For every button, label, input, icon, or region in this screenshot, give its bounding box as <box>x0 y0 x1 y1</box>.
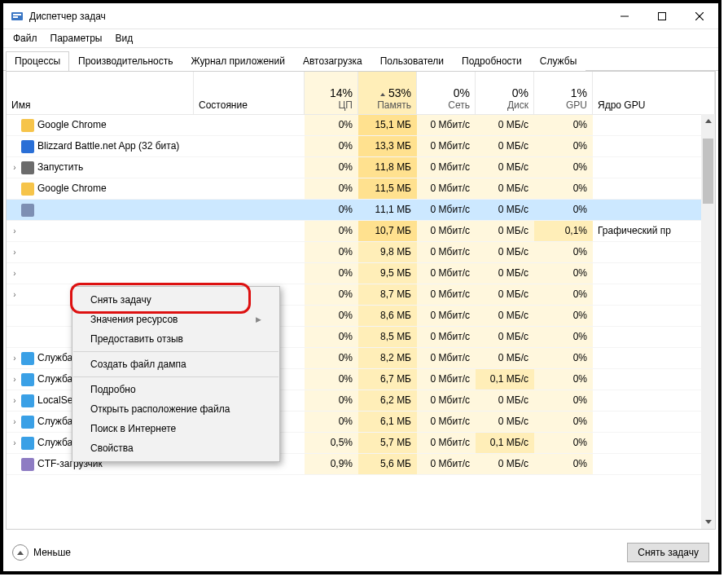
cell-memory: 8,2 МБ <box>358 348 417 368</box>
expand-icon[interactable]: › <box>11 390 18 411</box>
cell-gpu-core <box>593 454 715 474</box>
expand-icon[interactable]: › <box>11 284 18 305</box>
scroll-up-button[interactable] <box>701 114 715 128</box>
cell-cpu: 0% <box>305 242 358 262</box>
cell-name: › <box>7 263 194 284</box>
table-row[interactable]: Google Chrome0%11,5 МБ0 Мбит/с0 МБ/с0% <box>7 178 715 200</box>
table-row[interactable]: ›0%9,8 МБ0 Мбит/с0 МБ/с0% <box>7 242 715 263</box>
menu-bar: Файл Параметры Вид <box>3 29 718 48</box>
col-cpu[interactable]: 14%ЦП <box>305 72 358 114</box>
ctx-separator <box>73 351 278 352</box>
expand-icon[interactable]: › <box>11 263 18 284</box>
col-memory[interactable]: 53%Память <box>358 72 417 114</box>
process-icon <box>21 310 34 323</box>
end-task-button[interactable]: Снять задачу <box>627 543 709 562</box>
table-row[interactable]: ›0%10,7 МБ0 Мбит/с0 МБ/с0,1%Графический … <box>7 221 715 242</box>
tab-details[interactable]: Подробности <box>453 51 531 71</box>
cell-gpu-core <box>593 200 715 220</box>
cell-gpu: 0% <box>534 454 593 474</box>
col-gpu[interactable]: 1%GPU <box>534 72 593 114</box>
col-gpu-core[interactable]: Ядро GPU <box>593 72 715 114</box>
col-disk[interactable]: 0%Диск <box>476 72 534 114</box>
cell-gpu: 0% <box>534 263 593 284</box>
process-name: Blizzard Battle.net App (32 бита) <box>37 136 179 156</box>
menu-view[interactable]: Вид <box>108 31 139 46</box>
cell-memory: 5,7 МБ <box>358 433 417 453</box>
ctx-create-dump[interactable]: Создать файл дампа <box>72 354 279 374</box>
expand-icon[interactable]: › <box>11 221 18 241</box>
ctx-end-task[interactable]: Снять задачу <box>72 290 279 310</box>
cell-cpu: 0% <box>305 178 358 199</box>
tab-users[interactable]: Пользователи <box>371 51 453 71</box>
cell-memory: 13,3 МБ <box>358 136 417 156</box>
scroll-down-button[interactable] <box>701 515 715 529</box>
expand-icon[interactable]: › <box>11 157 18 178</box>
cell-gpu-core <box>593 157 715 178</box>
tab-startup[interactable]: Автозагрузка <box>294 51 371 71</box>
col-network[interactable]: 0%Сеть <box>417 72 476 114</box>
svg-rect-4 <box>659 12 666 20</box>
cell-memory: 9,8 МБ <box>358 242 417 262</box>
cell-state <box>194 200 305 220</box>
process-icon <box>21 331 34 344</box>
cell-gpu: 0% <box>534 390 593 411</box>
cell-gpu-core <box>593 136 715 156</box>
cell-network: 0 Мбит/с <box>417 433 476 453</box>
table-row[interactable]: Google Chrome0%15,1 МБ0 Мбит/с0 МБ/с0% <box>7 115 715 136</box>
cell-network: 0 Мбит/с <box>417 263 476 284</box>
cell-gpu: 0% <box>534 178 593 199</box>
task-manager-window: Диспетчер задач Файл Параметры Вид Проце… <box>0 0 721 574</box>
process-name: Запустить <box>37 157 83 178</box>
tab-services[interactable]: Службы <box>531 51 585 71</box>
table-row[interactable]: ›Запустить0%11,8 МБ0 Мбит/с0 МБ/с0% <box>7 157 715 178</box>
table-row[interactable]: 0%11,1 МБ0 Мбит/с0 МБ/с0% <box>7 200 715 221</box>
col-name[interactable]: Имя <box>7 72 194 114</box>
fewer-details-button[interactable]: Меньше <box>12 544 71 561</box>
cell-cpu: 0% <box>305 200 358 220</box>
ctx-resource-values[interactable]: Значения ресурсов▶ <box>72 310 279 329</box>
col-state[interactable]: Состояние <box>194 72 305 114</box>
maximize-button[interactable] <box>643 3 681 29</box>
scroll-thumb[interactable] <box>703 139 713 204</box>
app-icon <box>10 9 24 24</box>
close-button[interactable] <box>681 3 718 29</box>
menu-file[interactable]: Файл <box>7 31 44 46</box>
minimize-button[interactable] <box>606 3 643 29</box>
expand-icon[interactable]: › <box>11 412 18 432</box>
cell-cpu: 0% <box>305 284 358 305</box>
vertical-scrollbar[interactable] <box>701 114 715 529</box>
ctx-feedback[interactable]: Предоставить отзыв <box>72 329 279 349</box>
process-name: Google Chrome <box>37 178 107 199</box>
expand-icon[interactable]: › <box>11 242 18 262</box>
cell-cpu: 0% <box>305 390 358 411</box>
cell-name: Blizzard Battle.net App (32 бита) <box>7 136 194 156</box>
cell-gpu: 0% <box>534 242 593 262</box>
ctx-search-online[interactable]: Поиск в Интернете <box>72 419 279 438</box>
expand-icon[interactable]: › <box>11 433 18 453</box>
process-icon <box>21 458 34 471</box>
menu-options[interactable]: Параметры <box>44 31 109 46</box>
process-icon <box>21 246 34 259</box>
cell-disk: 0,1 МБ/с <box>476 433 534 453</box>
cell-gpu-core: Графический пр <box>593 221 715 241</box>
cell-cpu: 0,9% <box>305 454 358 474</box>
ctx-details[interactable]: Подробно <box>72 380 279 399</box>
tab-processes[interactable]: Процессы <box>6 51 69 71</box>
process-icon <box>21 394 34 407</box>
tab-performance[interactable]: Производительность <box>69 51 182 71</box>
expand-icon[interactable]: › <box>11 348 18 368</box>
process-icon <box>21 119 34 132</box>
cell-cpu: 0% <box>305 157 358 178</box>
expand-icon[interactable]: › <box>11 369 18 390</box>
table-row[interactable]: ›0%9,5 МБ0 Мбит/с0 МБ/с0% <box>7 263 715 284</box>
tab-app-history[interactable]: Журнал приложений <box>182 51 294 71</box>
cell-disk: 0 МБ/с <box>476 200 534 220</box>
table-row[interactable]: Blizzard Battle.net App (32 бита)0%13,3 … <box>7 136 715 157</box>
ctx-properties[interactable]: Свойства <box>72 438 279 458</box>
cell-memory: 8,5 МБ <box>358 327 417 347</box>
svg-rect-2 <box>13 16 18 18</box>
ctx-open-location[interactable]: Открыть расположение файла <box>72 399 279 419</box>
cell-cpu: 0,5% <box>305 433 358 453</box>
cell-gpu-core <box>593 306 715 326</box>
title-bar[interactable]: Диспетчер задач <box>3 3 718 29</box>
